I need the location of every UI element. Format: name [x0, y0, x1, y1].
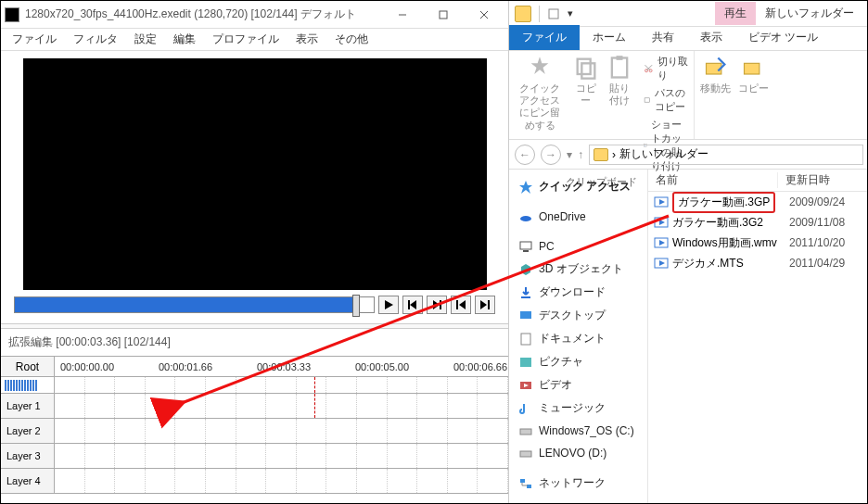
ribbon: クイック アクセス にピン留めする コピー 貼り付け 切り取り パスのコピー シ…	[509, 51, 868, 140]
breadcrumb-sep: ›	[612, 148, 616, 161]
explorer-window: ▾ 再生 新しいフォルダー ファイル ホーム 共有 表示 ビデオ ツール クイッ…	[509, 1, 868, 504]
menu-edit[interactable]: 編集	[166, 28, 203, 51]
nav-up[interactable]: ↑	[578, 148, 583, 161]
minimize-button[interactable]	[382, 2, 423, 28]
copy-path-button[interactable]: パスのコピー	[644, 86, 688, 114]
svg-rect-36	[520, 429, 531, 435]
maximize-button[interactable]	[423, 2, 464, 28]
nav-recent[interactable]: ▾	[567, 148, 572, 161]
copyto-button[interactable]: コピー	[738, 55, 769, 94]
menu-view[interactable]: 表示	[288, 28, 326, 51]
editor-menubar: ファイル フィルタ 設定 編集 プロファイル 表示 その他	[1, 29, 508, 51]
timecode-4: 00:00:06.66	[453, 361, 507, 372]
nav-videos[interactable]: ビデオ	[509, 373, 647, 397]
file-list: 名前 更新日時 ガラケー動画.3GP2009/09/24ガラケー動画.3G220…	[648, 170, 868, 504]
nav-downloads[interactable]: ダウンロード	[509, 281, 647, 304]
newfolder-tab[interactable]: 新しいフォルダー	[756, 2, 863, 25]
menu-profile[interactable]: プロファイル	[205, 28, 287, 51]
file-name: ガラケー動画.3G2	[672, 215, 763, 231]
transport-controls	[1, 290, 508, 318]
nav-network[interactable]: ネットワーク	[509, 472, 647, 495]
timeline-title: 拡張編集 [00:00:03.36] [102/144]	[1, 329, 508, 356]
nav-desktop[interactable]: デスクトップ	[509, 304, 647, 327]
svg-marker-5	[410, 300, 416, 309]
column-date[interactable]: 更新日時	[778, 172, 868, 188]
column-name[interactable]: 名前	[648, 172, 778, 188]
file-row[interactable]: Windows用動画.wmv2011/10/20	[648, 233, 868, 253]
svg-rect-9	[456, 300, 458, 309]
folder-icon	[515, 6, 531, 22]
address-bar[interactable]: › 新しいフォルダー	[589, 145, 863, 165]
svg-rect-25	[744, 63, 759, 74]
app-icon	[5, 7, 19, 22]
timeline-layer[interactable]: Layer 1	[1, 394, 508, 419]
nav-onedrive[interactable]: OneDrive	[509, 206, 647, 228]
nav-music[interactable]: ミュージック	[509, 397, 647, 420]
moveto-button[interactable]: 移動先	[700, 55, 731, 94]
play-button[interactable]	[378, 296, 399, 314]
tab-file[interactable]: ファイル	[509, 25, 580, 50]
copy-button[interactable]: コピー	[573, 55, 599, 107]
file-date: 2009/11/08	[782, 216, 868, 229]
timeline-ruler[interactable]: 00:00:00.00 00:00:01.66 00:00:03.33 00:0…	[55, 357, 508, 376]
timecode-3: 00:00:05.00	[355, 361, 409, 372]
playhead[interactable]	[314, 394, 315, 418]
qat-icon[interactable]	[547, 7, 560, 20]
file-row[interactable]: ガラケー動画.3G22009/11/08	[648, 212, 868, 233]
zoom-bars[interactable]	[1, 377, 55, 393]
svg-marker-26	[519, 181, 532, 194]
svg-rect-33	[520, 358, 531, 367]
timeline-root[interactable]: Root	[1, 357, 55, 376]
next-frame-button[interactable]	[427, 296, 447, 314]
file-row[interactable]: ガラケー動画.3GP2009/09/24	[648, 192, 868, 212]
svg-rect-29	[523, 250, 529, 252]
nav-pictures[interactable]: ピクチャ	[509, 350, 647, 373]
layer-label: Layer 3	[1, 444, 55, 468]
nav-back[interactable]: ←	[515, 145, 535, 165]
ribbon-tabs: ファイル ホーム 共有 表示 ビデオ ツール	[509, 27, 868, 51]
nav-ddrive[interactable]: LENOVO (D:)	[509, 442, 647, 464]
prev-frame-button[interactable]	[402, 296, 423, 314]
svg-marker-7	[433, 300, 440, 309]
timeline-layer[interactable]: Layer 4	[1, 469, 508, 494]
svg-rect-1	[440, 11, 447, 19]
nav-forward[interactable]: →	[541, 145, 561, 165]
svg-rect-22	[645, 98, 650, 102]
tab-home[interactable]: ホーム	[580, 25, 639, 50]
nav-pc[interactable]: PC	[509, 235, 647, 258]
svg-rect-28	[520, 242, 531, 249]
nav-cdrive[interactable]: Windows7_OS (C:)	[509, 420, 647, 442]
editor-titlebar: 1280x720_30fps_44100Hz.exedit (1280,720)…	[1, 1, 508, 29]
playhead[interactable]	[314, 377, 315, 393]
seek-thumb[interactable]	[352, 295, 360, 317]
svg-rect-14	[578, 59, 591, 74]
menu-filter[interactable]: フィルタ	[66, 28, 125, 51]
cut-button[interactable]: 切り取り	[644, 55, 688, 82]
qat-dropdown[interactable]: ▾	[568, 7, 573, 19]
folder-icon	[594, 148, 608, 161]
close-button[interactable]	[464, 2, 504, 28]
file-row[interactable]: デジカメ.MTS2011/04/29	[648, 253, 868, 273]
nav-quickaccess[interactable]: クイック アクセス	[509, 175, 647, 198]
jump-end-button[interactable]	[475, 296, 495, 314]
menu-file[interactable]: ファイル	[5, 28, 64, 51]
tab-view[interactable]: 表示	[687, 25, 735, 50]
nav-3d[interactable]: 3D オブジェクト	[509, 258, 647, 281]
svg-rect-13	[549, 9, 558, 19]
pin-quickaccess-button[interactable]: クイック アクセス にピン留めする	[515, 55, 566, 132]
breadcrumb[interactable]: 新しいフォルダー	[619, 146, 708, 162]
menu-other[interactable]: その他	[327, 28, 376, 51]
jump-start-button[interactable]	[451, 296, 471, 314]
seek-slider[interactable]	[14, 296, 375, 313]
timecode-1: 00:00:01.66	[159, 361, 212, 372]
tab-videotools[interactable]: ビデオ ツール	[735, 25, 831, 50]
paste-button[interactable]: 貼り付け	[606, 55, 632, 107]
timeline-layer[interactable]: Layer 3	[1, 444, 508, 469]
editor-window: 1280x720_30fps_44100Hz.exedit (1280,720)…	[1, 1, 509, 504]
svg-rect-6	[408, 300, 410, 309]
timeline-layer[interactable]: Layer 2	[1, 419, 508, 444]
tab-share[interactable]: 共有	[639, 25, 687, 50]
menu-settings[interactable]: 設定	[127, 28, 164, 51]
nav-documents[interactable]: ドキュメント	[509, 327, 647, 350]
play-tab[interactable]: 再生	[715, 2, 756, 25]
